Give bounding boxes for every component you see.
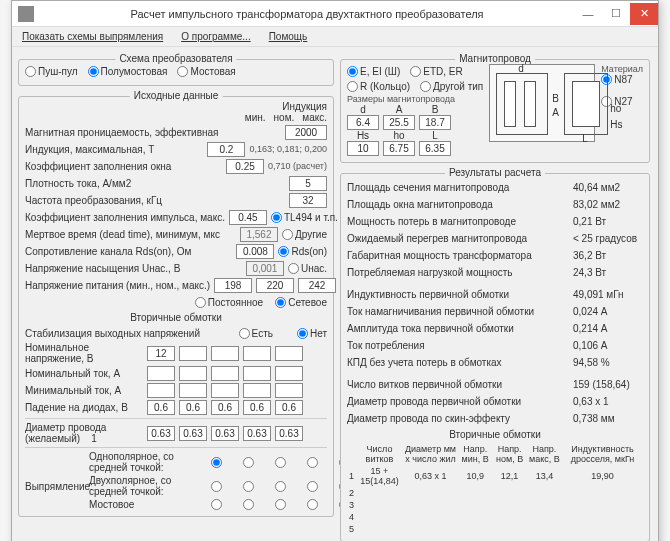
input-hs[interactable] (347, 141, 379, 156)
rect1-4[interactable] (307, 457, 318, 468)
sec-inom-2[interactable] (179, 366, 207, 381)
window-title: Расчет импульсного трансформатора двухта… (40, 8, 574, 20)
input-umin[interactable] (214, 278, 252, 293)
radio-core-etd[interactable]: ETD, ER (410, 66, 462, 77)
menu-about[interactable]: О программе... (181, 31, 251, 42)
results-group: Результаты расчета Площадь сечения магни… (340, 173, 650, 541)
input-b[interactable] (419, 115, 451, 130)
table-row: 2 (347, 487, 643, 499)
sec-dw-4[interactable] (243, 426, 271, 441)
sec-u-5[interactable] (275, 346, 303, 361)
sec-inom-1[interactable] (147, 366, 175, 381)
secondary-grid: Номинальное напряжение, В Номинальный то… (25, 342, 327, 415)
radio-dc[interactable]: Постоянное (195, 297, 263, 308)
radio-core-other[interactable]: Другой тип (420, 81, 483, 92)
sec-dw-1[interactable] (147, 426, 175, 441)
close-button[interactable]: ✕ (630, 3, 658, 25)
rect1-1[interactable] (211, 457, 222, 468)
rect2-4[interactable] (307, 481, 318, 492)
input-d[interactable] (347, 115, 379, 130)
sec-imin-4[interactable] (243, 383, 271, 398)
rect3-2[interactable] (243, 499, 254, 510)
input-ho[interactable] (383, 141, 415, 156)
radio-pushpull[interactable]: Пуш-пул (25, 66, 78, 77)
rect2-3[interactable] (275, 481, 286, 492)
source-data-group: Исходные данные Индукция мин.ном.макс. М… (18, 96, 334, 517)
input-kfill[interactable] (226, 159, 264, 174)
sec-ud-1[interactable] (147, 400, 175, 415)
input-bmax[interactable] (207, 142, 245, 157)
rect1-2[interactable] (243, 457, 254, 468)
input-j[interactable] (289, 176, 327, 191)
radio-stab-no[interactable]: Нет (297, 328, 327, 339)
menu-help[interactable]: Помощь (269, 31, 308, 42)
sec-imin-3[interactable] (211, 383, 239, 398)
input-umax[interactable] (298, 278, 336, 293)
sec-inom-4[interactable] (243, 366, 271, 381)
table-row: 3 (347, 499, 643, 511)
sec-ud-5[interactable] (275, 400, 303, 415)
sec-u-3[interactable] (211, 346, 239, 361)
rect3-1[interactable] (211, 499, 222, 510)
input-unas[interactable] (246, 261, 284, 276)
sec-ud-2[interactable] (179, 400, 207, 415)
radio-stab-yes[interactable]: Есть (239, 328, 273, 339)
radio-tl494[interactable]: TL494 и т.п. (271, 212, 338, 223)
sec-u-4[interactable] (243, 346, 271, 361)
core-diagram: d B A ho Hs L (489, 64, 595, 142)
magnetic-core-group: Магнитопровод E, EI (Ш) ETD, ER R (Кольц… (340, 59, 650, 163)
sec-u-1[interactable] (147, 346, 175, 361)
radio-core-r[interactable]: R (Кольцо) (347, 81, 410, 92)
radio-halfbridge[interactable]: Полумостовая (88, 66, 168, 77)
sec-ud-4[interactable] (243, 400, 271, 415)
rect1-3[interactable] (275, 457, 286, 468)
table-row: 5 (347, 523, 643, 535)
sec-imin-5[interactable] (275, 383, 303, 398)
titlebar: Расчет импульсного трансформатора двухта… (12, 1, 658, 27)
sec-imin-2[interactable] (179, 383, 207, 398)
input-rds[interactable] (236, 244, 274, 259)
sec-ud-3[interactable] (211, 400, 239, 415)
sec-imin-1[interactable] (147, 383, 175, 398)
sec-inom-5[interactable] (275, 366, 303, 381)
radio-unas[interactable]: Uнас. (288, 263, 327, 274)
secondary-output-table: Число витковДиаметр мм x число жилНапр. … (347, 443, 643, 535)
app-window: Расчет импульсного трансформатора двухта… (11, 0, 659, 541)
rect3-3[interactable] (275, 499, 286, 510)
input-unom[interactable] (256, 278, 294, 293)
table-row: 115 + 15(14,84)0,63 x 110,912,113,419,90 (347, 465, 643, 487)
rect3-4[interactable] (307, 499, 318, 510)
sec-dw-2[interactable] (179, 426, 207, 441)
radio-rds[interactable]: Rds(on) (278, 246, 327, 257)
rect2-1[interactable] (211, 481, 222, 492)
input-l[interactable] (419, 141, 451, 156)
input-a[interactable] (383, 115, 415, 130)
converter-scheme-group: Схема преобразователя Пуш-пул Полумостов… (18, 59, 334, 86)
sec-dw-5[interactable] (275, 426, 303, 441)
radio-ac[interactable]: Сетевое (275, 297, 327, 308)
rect2-2[interactable] (243, 481, 254, 492)
maximize-button[interactable]: ☐ (602, 3, 630, 25)
menubar: Показать схемы выпрямления О программе..… (12, 27, 658, 47)
input-kpul[interactable] (229, 210, 267, 225)
input-mu[interactable] (285, 125, 327, 140)
sec-inom-3[interactable] (211, 366, 239, 381)
menu-show-schemes[interactable]: Показать схемы выпрямления (22, 31, 163, 42)
input-f[interactable] (289, 193, 327, 208)
sec-u-2[interactable] (179, 346, 207, 361)
minimize-button[interactable]: — (574, 3, 602, 25)
app-icon (18, 6, 34, 22)
radio-core-e[interactable]: E, EI (Ш) (347, 66, 400, 77)
radio-other[interactable]: Другие (282, 229, 327, 240)
table-row: 4 (347, 511, 643, 523)
input-deadtime[interactable] (240, 227, 278, 242)
sec-dw-3[interactable] (211, 426, 239, 441)
radio-fullbridge[interactable]: Мостовая (177, 66, 235, 77)
